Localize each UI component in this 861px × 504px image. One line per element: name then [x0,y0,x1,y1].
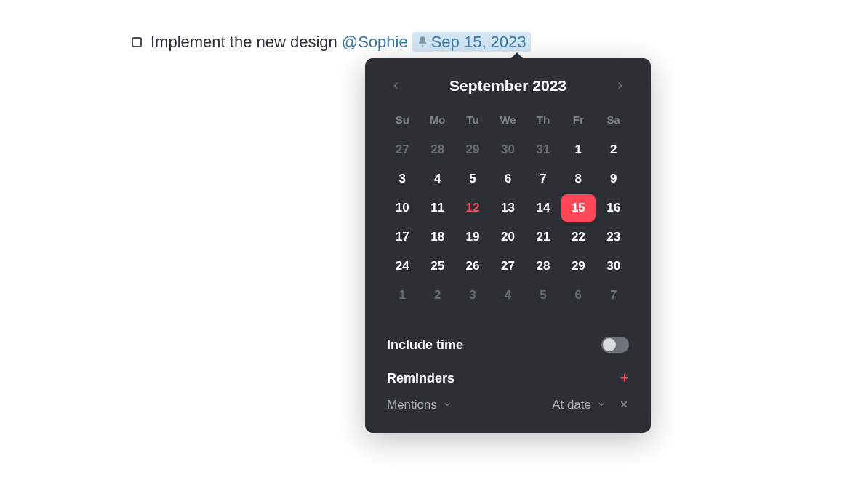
date-picker-popover: September 2023 SuMoTuWeThFrSa 2728293031… [365,58,651,433]
calendar-day[interactable]: 18 [420,223,454,251]
weekday-label: Sa [597,111,630,129]
calendar-day[interactable]: 10 [385,194,419,222]
weekday-label: Th [526,111,560,129]
chevron-down-icon [597,398,606,412]
calendar-day[interactable]: 8 [561,165,595,193]
task-date-text: Sep 15, 2023 [431,33,526,52]
calendar-day[interactable]: 5 [526,281,560,309]
weekday-label: We [491,111,524,129]
calendar-day[interactable]: 6 [561,281,595,309]
calendar-day[interactable]: 23 [597,223,630,251]
task-text: Implement the new design [151,33,337,52]
bell-icon [417,33,428,52]
next-month-button[interactable] [612,77,629,95]
weekday-label: Fr [561,111,595,129]
calendar-day[interactable]: 30 [597,252,630,280]
calendar-day[interactable]: 13 [491,194,524,222]
calendar-day[interactable]: 31 [526,136,560,164]
weekday-row: SuMoTuWeThFrSa [385,111,630,129]
calendar-day[interactable]: 29 [561,252,595,280]
task-date-chip[interactable]: Sep 15, 2023 [412,32,531,52]
calendar-day[interactable]: 2 [597,136,630,164]
calendar-day[interactable]: 27 [491,252,524,280]
calendar-day[interactable]: 20 [491,223,524,251]
calendar-day[interactable]: 21 [526,223,560,251]
calendar-day[interactable]: 1 [385,281,419,309]
calendar-day[interactable]: 5 [456,165,489,193]
calendar-header: September 2023 [385,77,630,95]
reminder-type-label: Mentions [387,398,437,412]
weekday-label: Su [385,111,419,129]
weekday-label: Tu [456,111,489,129]
calendar-day[interactable]: 1 [561,136,595,164]
divider [385,309,630,329]
calendar-day[interactable]: 2 [420,281,454,309]
reminder-when-label: At date [552,398,591,412]
reminder-when-select[interactable]: At date [552,398,606,412]
calendar-day[interactable]: 16 [597,194,630,222]
calendar-day[interactable]: 7 [597,281,630,309]
reminder-config-row: Mentions At date [385,392,630,412]
weekday-label: Mo [420,111,454,129]
chevron-down-icon [443,398,452,412]
calendar-day[interactable]: 28 [526,252,560,280]
calendar-day[interactable]: 19 [456,223,489,251]
calendar-day[interactable]: 3 [385,165,419,193]
include-time-label: Include time [387,337,463,353]
calendar-day[interactable]: 30 [491,136,524,164]
calendar-day[interactable]: 24 [385,252,419,280]
include-time-row: Include time [385,329,630,360]
reminders-label: Reminders [387,371,454,386]
calendar-title: September 2023 [449,77,566,95]
prev-month-button[interactable] [387,77,404,95]
calendar-day[interactable]: 9 [597,165,630,193]
reminder-type-select[interactable]: Mentions [387,398,452,412]
calendar-day[interactable]: 12 [456,194,489,222]
calendar-day[interactable]: 22 [561,223,595,251]
calendar-day[interactable]: 25 [420,252,454,280]
calendar-day[interactable]: 29 [456,136,489,164]
calendar-day[interactable]: 6 [491,165,524,193]
reminder-right: At date [552,398,629,412]
calendar-day[interactable]: 7 [526,165,560,193]
calendar-day[interactable]: 11 [420,194,454,222]
calendar-day[interactable]: 4 [420,165,454,193]
calendar-day[interactable]: 27 [385,136,419,164]
task-checkbox[interactable] [132,37,142,47]
task-mention[interactable]: @Sophie [342,33,408,52]
calendar-day[interactable]: 3 [456,281,489,309]
include-time-toggle[interactable] [601,337,629,353]
calendar-day[interactable]: 28 [420,136,454,164]
calendar-day[interactable]: 14 [526,194,560,222]
calendar-day[interactable]: 15 [561,194,595,222]
calendar-day[interactable]: 4 [491,281,524,309]
add-reminder-button[interactable]: + [620,370,629,386]
remove-reminder-button[interactable] [619,399,629,412]
calendar-day[interactable]: 17 [385,223,419,251]
reminders-row: Reminders + [385,360,630,392]
calendar-day[interactable]: 26 [456,252,489,280]
days-grid: 2728293031123456789101112131415161718192… [385,136,630,309]
task-line: Implement the new design @Sophie Sep 15,… [132,32,531,52]
